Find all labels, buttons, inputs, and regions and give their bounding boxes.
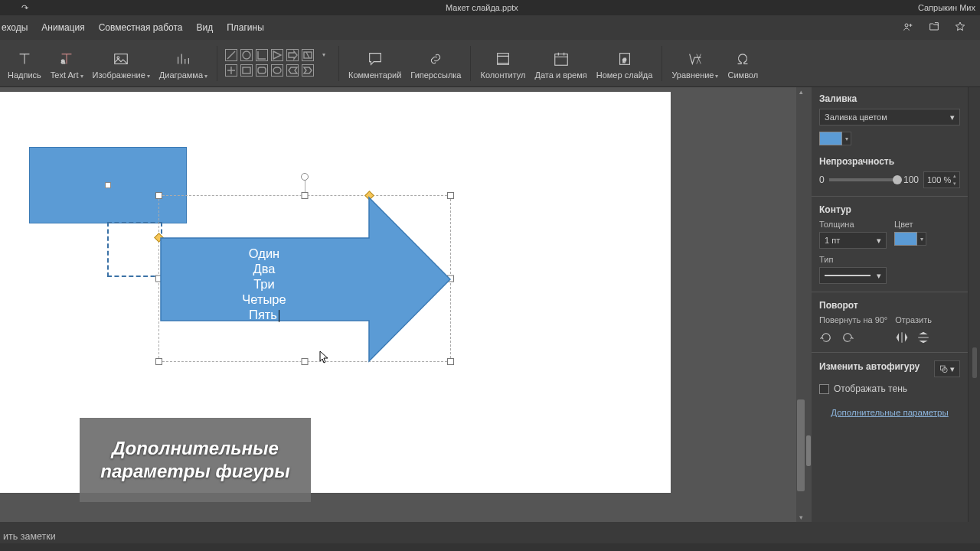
slidenum-button[interactable]: # Номер слайда — [592, 46, 658, 81]
stroke-type-dropdown[interactable]: ▾ — [819, 267, 887, 284]
chart-button[interactable]: Диаграмма▾ — [155, 46, 212, 81]
stroke-color-label: Цвет — [894, 220, 926, 229]
text-cursor — [279, 310, 279, 322]
fill-color-dropdown[interactable]: ▾ — [842, 132, 851, 145]
svg-rect-10 — [554, 54, 567, 65]
stroke-color-dropdown[interactable]: ▾ — [917, 232, 926, 246]
collapsed-side-tab[interactable] — [968, 87, 980, 522]
side-scroll-thumb[interactable] — [806, 435, 811, 466]
hyperlink-button[interactable]: Гиперссылка — [406, 46, 466, 81]
symbol-label: Символ — [727, 70, 758, 80]
dashed-placeholder[interactable] — [107, 222, 162, 277]
fill-heading: Заливка — [819, 93, 960, 104]
headerfooter-button[interactable]: Колонтитул — [475, 46, 530, 81]
redo-icon[interactable]: ↷ — [21, 3, 28, 12]
rotate-cw-icon[interactable] — [841, 331, 854, 344]
tab-collaboration[interactable]: Совместная работа — [99, 22, 183, 33]
star-icon[interactable] — [954, 21, 966, 35]
fill-color-swatch[interactable] — [819, 132, 842, 145]
tab-plugins[interactable]: Плагины — [227, 22, 264, 33]
svg-point-8 — [273, 67, 281, 73]
textart-button[interactable]: a Text Art▾ — [46, 46, 88, 81]
scroll-thumb[interactable] — [797, 399, 805, 491]
fill-type-value: Заливка цветом — [825, 112, 887, 122]
tab-animation[interactable]: Анимация — [41, 22, 84, 33]
insert-toolbar: Надпись a Text Art▾ Изображение▾ Диаграм… — [0, 40, 980, 87]
textbox-label: Надпись — [8, 70, 41, 80]
image-label: Изображение — [93, 70, 145, 80]
arrow-text[interactable]: Один Два Три Четыре Пять — [159, 246, 369, 322]
headerfooter-label: Колонтитул — [480, 70, 525, 80]
flip-h-icon[interactable] — [895, 331, 909, 344]
flip-label: Отразить — [895, 315, 932, 324]
document-title: Макет слайда.pptx — [46, 3, 918, 12]
workspace: Один Два Три Четыре Пять Дополнительные … — [0, 87, 980, 522]
stroke-color-swatch[interactable] — [894, 232, 917, 246]
svg-point-0 — [905, 24, 908, 27]
tab-transitions[interactable]: еходы — [2, 22, 28, 33]
shape-gallery[interactable]: ▾ — [222, 47, 334, 80]
share-icon[interactable] — [902, 21, 914, 35]
shadow-checkbox[interactable]: Отображать тень — [819, 383, 960, 394]
svg-text:a: a — [61, 57, 66, 65]
selection-box[interactable]: Один Два Три Четыре Пять — [158, 195, 451, 362]
mouse-cursor-icon — [319, 350, 330, 367]
caption-overlay: Дополнительные параметры фигуры — [80, 418, 311, 502]
svg-text:#: # — [622, 57, 626, 64]
slide[interactable]: Один Два Три Четыре Пять Дополнительные … — [0, 92, 671, 493]
opacity-heading: Непрозрачность — [819, 156, 960, 167]
textart-label: Text Art — [51, 70, 79, 80]
rotate-ccw-icon[interactable] — [819, 331, 833, 344]
rotate90-label: Повернуть на 90° — [819, 315, 887, 324]
equation-label: Уравнение — [671, 70, 714, 80]
svg-rect-6 — [243, 67, 250, 73]
opacity-slider[interactable] — [829, 178, 899, 181]
rotation-handle[interactable] — [301, 173, 309, 181]
symbol-button[interactable]: Символ — [723, 46, 763, 81]
user-name: Сапрыкин Мих — [918, 3, 980, 12]
opacity-min: 0 — [819, 174, 825, 185]
chart-label: Диаграмма — [159, 70, 203, 80]
slidenum-label: Номер слайда — [596, 70, 653, 80]
comment-label: Комментарий — [348, 70, 401, 80]
image-button[interactable]: Изображение▾ — [88, 46, 155, 81]
stroke-heading: Контур — [819, 204, 960, 215]
advanced-settings-link[interactable]: Дополнительные параметры — [819, 408, 960, 417]
canvas-scrollbar[interactable]: ▴ ▾ — [796, 87, 805, 522]
flip-v-icon[interactable] — [916, 331, 930, 344]
scroll-down-icon[interactable]: ▾ — [796, 513, 805, 522]
hyperlink-label: Гиперссылка — [410, 70, 461, 80]
fill-type-dropdown[interactable]: Заливка цветом▾ — [819, 109, 960, 126]
opacity-value[interactable]: 100 % ▴▾ — [923, 171, 960, 188]
datetime-label: Дата и время — [535, 70, 587, 80]
open-location-icon[interactable] — [928, 21, 940, 35]
canvas-area[interactable]: Один Два Три Четыре Пять Дополнительные … — [0, 87, 796, 522]
equation-button[interactable]: Уравнение▾ — [667, 46, 723, 81]
textbox-button[interactable]: Надпись — [3, 46, 46, 81]
tab-view[interactable]: Вид — [196, 22, 213, 33]
side-scrollbar[interactable] — [805, 87, 812, 522]
rotate-heading: Поворот — [819, 300, 960, 311]
stroke-width-dropdown[interactable]: 1 пт▾ — [819, 232, 887, 249]
title-bar: ↷ Макет слайда.pptx Сапрыкин Мих — [0, 0, 980, 15]
svg-point-4 — [243, 51, 250, 59]
shadow-label: Отображать тень — [834, 383, 907, 394]
slider-knob[interactable] — [893, 175, 902, 184]
spin-up-icon[interactable]: ▴ — [950, 172, 959, 180]
datetime-button[interactable]: Дата и время — [531, 46, 592, 81]
scroll-up-icon[interactable]: ▴ — [796, 87, 805, 96]
svg-rect-7 — [258, 67, 266, 73]
center-handle[interactable] — [105, 182, 111, 188]
menu-bar: еходы Анимация Совместная работа Вид Пла… — [0, 15, 980, 40]
status-bar — [0, 543, 980, 551]
change-autoshape-dropdown[interactable]: ▾ — [934, 360, 960, 377]
notes-placeholder: ить заметки — [3, 531, 56, 542]
stroke-width-label: Толщина — [819, 220, 887, 229]
caption-text: Дополнительные параметры фигуры — [80, 437, 311, 483]
opacity-max: 100 — [903, 174, 919, 185]
svg-point-3 — [117, 56, 119, 58]
comment-button[interactable]: Комментарий — [344, 46, 406, 81]
stroke-type-label: Тип — [819, 255, 960, 264]
spin-down-icon[interactable]: ▾ — [950, 180, 959, 187]
shape-properties-panel: Заливка Заливка цветом▾ ▾ Непрозрачность… — [812, 87, 968, 522]
